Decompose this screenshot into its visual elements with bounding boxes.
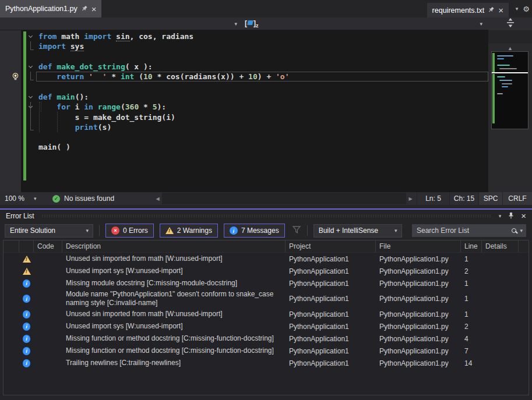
scrollbar-track[interactable] bbox=[162, 193, 406, 204]
editor-status-bar: 100 % ▾ ✓ No issues found ◀ ▶ Ln: 5 Ch: … bbox=[0, 192, 532, 205]
source-filter-dropdown[interactable]: Build + IntelliSense ▾ bbox=[313, 224, 402, 238]
warning-icon bbox=[165, 227, 174, 234]
code-line[interactable]: main( ) bbox=[36, 142, 488, 152]
minimap-caret-line bbox=[492, 72, 528, 73]
lightbulb-icon[interactable] bbox=[12, 73, 19, 83]
minimap-code bbox=[497, 65, 510, 66]
search-icon[interactable] bbox=[512, 228, 516, 233]
code-line[interactable]: print(s) bbox=[36, 122, 488, 132]
fold-chevron-icon[interactable] bbox=[29, 94, 33, 98]
pin-panel-icon[interactable] bbox=[508, 211, 514, 221]
messages-toggle-button[interactable]: 7 Messages bbox=[224, 224, 285, 238]
nav-project-dropdown[interactable]: ▾ bbox=[0, 17, 242, 30]
error-description: Module name "PythonApplication1" doesn't… bbox=[62, 289, 286, 308]
header-line[interactable]: Line bbox=[461, 240, 482, 252]
minimap-code bbox=[497, 58, 504, 59]
warning-icon bbox=[23, 268, 31, 275]
code-line[interactable]: import sys bbox=[36, 41, 488, 51]
indent-mode-indicator[interactable]: SPC bbox=[478, 192, 502, 205]
fold-chevron-icon[interactable] bbox=[29, 34, 33, 38]
code-line[interactable]: from math import sin, cos, radians bbox=[36, 31, 488, 41]
code-editor[interactable]: from math import sin, cos, radiansimport… bbox=[0, 30, 488, 192]
settings-gear-icon[interactable]: ⚙ bbox=[523, 5, 530, 13]
error-row[interactable]: Missing function or method docstring [C:… bbox=[3, 345, 529, 357]
error-row[interactable]: Missing function or method docstring [C:… bbox=[3, 332, 529, 345]
chevron-down-icon: ▾ bbox=[480, 21, 482, 27]
minimap-change-bar bbox=[492, 53, 495, 72]
close-tab-icon[interactable]: × bbox=[91, 5, 97, 13]
header-code[interactable]: Code bbox=[34, 240, 62, 252]
scope-filter-dropdown[interactable]: Entire Solution ▾ bbox=[5, 224, 93, 238]
minimap-code bbox=[502, 86, 508, 87]
header-description[interactable]: Description bbox=[62, 240, 286, 252]
error-row[interactable]: Unused import sys [W:unused-import]Pytho… bbox=[3, 265, 529, 277]
column-indicator[interactable]: Ch: 15 bbox=[449, 192, 478, 205]
header-file[interactable]: File bbox=[376, 240, 461, 252]
minimap-code bbox=[497, 93, 503, 94]
code-line[interactable] bbox=[36, 132, 488, 142]
header-details[interactable]: Details bbox=[482, 240, 519, 252]
scroll-left-icon[interactable]: ◀ bbox=[153, 193, 162, 204]
issues-indicator[interactable]: ✓ No issues found bbox=[52, 194, 146, 203]
filter-icon[interactable] bbox=[292, 225, 301, 236]
code-line[interactable]: def make_dot_string( x ): bbox=[36, 62, 488, 72]
nav-member-dropdown[interactable]: []z ▾ bbox=[242, 17, 488, 30]
errors-label: 0 Errors bbox=[123, 226, 148, 235]
info-icon bbox=[23, 335, 30, 343]
header-blank[interactable] bbox=[3, 240, 19, 252]
minimap[interactable] bbox=[491, 51, 529, 129]
eol-indicator[interactable]: CRLF bbox=[502, 192, 532, 205]
tab-label: PythonApplication1.py bbox=[5, 5, 77, 13]
line-indicator[interactable]: Ln: 5 bbox=[417, 192, 449, 205]
minimap-code bbox=[499, 68, 517, 69]
pin-tab-icon[interactable] bbox=[82, 5, 87, 13]
error-row[interactable]: Unused sin imported from math [W:unused-… bbox=[3, 253, 529, 265]
header-project[interactable]: Project bbox=[286, 240, 376, 252]
fold-chevron-icon[interactable] bbox=[29, 64, 33, 68]
search-input[interactable] bbox=[412, 226, 512, 235]
chevron-down-icon: ▾ bbox=[34, 196, 37, 201]
drag-grip[interactable] bbox=[41, 214, 492, 218]
error-description: Missing function or method docstring [C:… bbox=[62, 345, 286, 357]
error-row[interactable]: Trailing newlines [C:trailing-newlines]P… bbox=[3, 357, 529, 369]
scroll-right-icon[interactable]: ▶ bbox=[406, 193, 415, 204]
code-line[interactable]: s = make_dot_string(i) bbox=[36, 112, 488, 122]
error-description: Missing function or method docstring [C:… bbox=[62, 332, 286, 345]
error-row[interactable]: Module name "PythonApplication1" doesn't… bbox=[3, 289, 529, 308]
code-line[interactable] bbox=[36, 82, 488, 91]
split-window-icon[interactable] bbox=[506, 18, 515, 30]
zoom-selector[interactable]: 100 % ▾ bbox=[0, 192, 43, 205]
scroll-up-icon[interactable]: ▲ bbox=[488, 45, 532, 51]
minimap-code bbox=[499, 80, 512, 81]
code-line[interactable] bbox=[36, 52, 488, 62]
error-row[interactable]: Missing module docstring [C:missing-modu… bbox=[3, 277, 529, 289]
keep-open-icon[interactable] bbox=[488, 6, 494, 14]
tab-pythonapplication1[interactable]: PythonApplication1.py × bbox=[0, 0, 101, 17]
horizontal-scrollbar[interactable]: ◀ ▶ bbox=[153, 193, 415, 204]
info-icon bbox=[23, 295, 30, 303]
search-options-chevron-icon[interactable]: ▾ bbox=[520, 228, 523, 233]
tab-list-chevron-icon[interactable]: ▾ bbox=[516, 6, 519, 12]
code-line[interactable]: def main(): bbox=[36, 92, 488, 102]
error-row[interactable]: Unused import sys [W:unused-import]Pytho… bbox=[3, 320, 529, 332]
errors-toggle-button[interactable]: × 0 Errors bbox=[105, 224, 154, 238]
vertical-scrollbar[interactable]: ▲ ▼ bbox=[488, 43, 532, 205]
header-severity[interactable] bbox=[19, 240, 34, 252]
error-row[interactable]: Unused sin imported from math [W:unused-… bbox=[3, 308, 529, 320]
code-line[interactable]: for i in range(360 * 5): bbox=[36, 102, 488, 112]
error-table-header: Code Description Project File Line Detai… bbox=[3, 240, 529, 253]
info-icon bbox=[23, 310, 30, 318]
error-description: Unused import sys [W:unused-import] bbox=[62, 320, 286, 332]
code-line[interactable]: return ' ' * int (10 * cos(radians(x)) +… bbox=[36, 72, 488, 82]
panel-title-bar[interactable]: Error List ▾ × bbox=[0, 210, 532, 222]
close-tab-icon[interactable]: × bbox=[498, 6, 503, 15]
error-icon: × bbox=[111, 226, 119, 235]
window-position-chevron-icon[interactable]: ▾ bbox=[499, 213, 502, 219]
glyph-margin[interactable] bbox=[0, 30, 21, 192]
header-pad bbox=[519, 240, 529, 252]
navigation-bar: ▾ []z ▾ bbox=[0, 17, 488, 30]
chevron-down-icon: ▾ bbox=[394, 228, 397, 233]
close-panel-icon[interactable]: × bbox=[521, 211, 526, 220]
warnings-toggle-button[interactable]: 2 Warnings bbox=[160, 224, 218, 238]
tab-requirements[interactable]: requirements.txt × bbox=[427, 3, 509, 17]
